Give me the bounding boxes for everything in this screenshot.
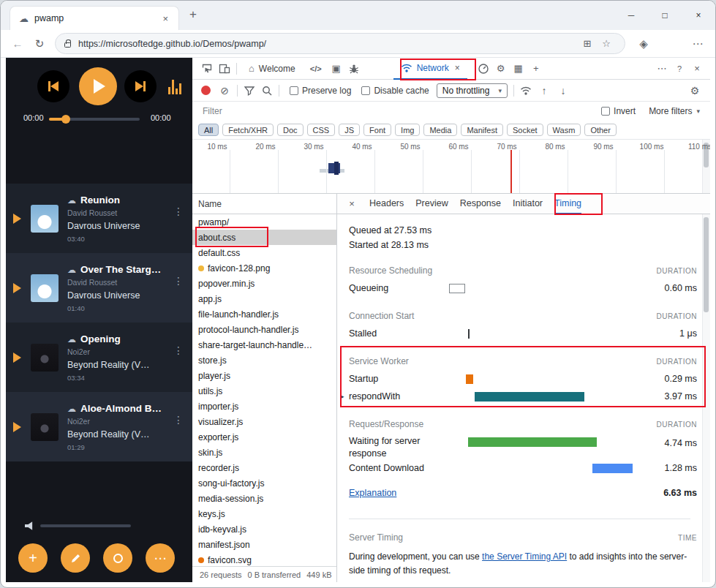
add-song-button[interactable]: + [18,543,48,573]
type-filter-fetchxhr[interactable]: Fetch/XHR [222,124,274,136]
request-row[interactable]: visualizer.js [192,414,336,429]
close-network-tab-icon[interactable]: × [455,63,460,73]
type-filter-wasm[interactable]: Wasm [547,124,581,136]
performance-icon[interactable] [475,63,492,75]
details-scrollbar[interactable] [702,214,710,582]
filter-input[interactable] [203,106,363,116]
request-row[interactable]: default.css [192,245,336,260]
detail-tab-headers[interactable]: Headers [369,194,404,214]
seek-thumb[interactable] [61,115,70,124]
preserve-log-checkbox[interactable] [290,86,298,95]
request-row[interactable]: popover.min.js [192,276,336,291]
song-row[interactable]: ☁Over The Starg…David RoussetDavrous Uni… [6,253,192,323]
request-row[interactable]: protocol-launch-handler.js [192,322,336,337]
request-row[interactable]: manifest.json [192,537,336,552]
request-row[interactable]: favicon.svg [192,552,336,568]
type-filter-font[interactable]: Font [363,124,391,136]
request-row[interactable]: idb-keyval.js [192,521,336,537]
request-row[interactable]: file-launch-handler.js [192,306,336,322]
split-screen-icon[interactable]: ⊞ [578,38,597,49]
browser-essentials-icon[interactable]: ◈ [633,37,655,50]
expand-icon[interactable]: ▸ [341,393,344,400]
optimization-gear-icon[interactable]: ⚙ [492,58,510,80]
invert-checkbox[interactable] [601,107,610,116]
device-toolbar-icon[interactable] [216,63,233,75]
song-row[interactable]: ☁OpeningNoi2erBeyond Reality (V…03:34⋮ [6,323,192,392]
play-song-button[interactable] [13,283,31,293]
record-network-log-button[interactable] [201,86,211,95]
minimize-button[interactable]: ─ [614,1,648,30]
type-filter-img[interactable]: Img [395,124,420,136]
close-devtools-icon[interactable]: × [688,58,706,80]
visualizer-icon[interactable] [168,78,181,94]
song-menu-button[interactable]: ⋮ [173,344,184,356]
detail-tab-response[interactable]: Response [460,194,501,214]
edit-button[interactable] [61,543,90,573]
song-row[interactable]: ☁ReunionDavid RoussetDavrous Universe03:… [6,184,192,253]
volume-slider[interactable] [40,524,131,527]
filter-toggle-icon[interactable] [241,85,258,97]
type-filter-doc[interactable]: Doc [277,124,304,136]
detail-tab-preview[interactable]: Preview [415,194,448,214]
type-filter-manifest[interactable]: Manifest [461,124,503,136]
play-song-button[interactable] [13,353,31,363]
detail-tab-initiator[interactable]: Initiator [513,194,543,214]
play-button[interactable] [79,67,117,105]
tab-close-icon[interactable]: × [158,13,173,24]
request-row[interactable]: exporter.js [192,429,336,445]
next-track-button[interactable] [124,70,157,102]
help-icon[interactable]: ? [671,58,688,80]
sources-icon[interactable]: </> [304,64,328,73]
request-row[interactable]: media-session.js [192,491,336,506]
network-settings-gear-icon[interactable]: ⚙ [685,85,704,97]
search-icon[interactable] [258,85,276,97]
request-row[interactable]: favicon-128.png [192,260,336,276]
type-filter-media[interactable]: Media [423,124,457,136]
tab-welcome[interactable]: ⌂ Welcome [240,58,304,80]
server-timing-api-link[interactable]: the Server Timing API [482,551,567,562]
request-row[interactable]: utils.js [192,383,336,399]
back-icon[interactable]: ← [7,37,29,50]
type-filter-socket[interactable]: Socket [507,124,543,136]
maximize-button[interactable]: □ [648,1,682,30]
request-row[interactable]: song-ui-factory.js [192,475,336,491]
request-row[interactable]: keys.js [192,506,336,521]
song-menu-button[interactable]: ⋮ [173,414,184,426]
url-text[interactable]: https://microsoftedge.github.io/Demos/pw… [78,39,578,49]
more-filters-dropdown[interactable]: More filters ▾ [649,106,700,116]
request-row[interactable]: pwamp/ [192,214,336,230]
type-filter-all[interactable]: All [198,124,219,136]
song-menu-button[interactable]: ⋮ [173,275,184,287]
play-song-button[interactable] [13,214,31,224]
network-conditions-icon[interactable] [517,85,535,97]
request-row[interactable]: share-target-launch-handle… [192,337,336,353]
request-row[interactable]: about.css [192,230,336,245]
disable-cache-checkbox[interactable] [361,86,370,95]
export-har-icon[interactable]: ↓ [554,85,573,97]
record-button[interactable] [103,543,132,573]
request-row[interactable]: skin.js [192,445,336,460]
song-row[interactable]: ☁Aloe-Almond B…Noi2erBeyond Reality (V…0… [6,392,192,461]
new-tab-button[interactable]: + [189,7,197,22]
type-filter-css[interactable]: CSS [307,124,336,136]
address-bar[interactable]: https://microsoftedge.github.io/Demos/pw… [55,33,625,54]
request-row[interactable]: recorder.js [192,460,336,475]
explanation-link[interactable]: Explanation [349,488,396,498]
network-overview-timeline[interactable]: 10 ms20 ms30 ms40 ms50 ms60 ms70 ms80 ms… [192,140,710,194]
refresh-icon[interactable]: ↻ [29,37,50,50]
type-filter-other[interactable]: Other [584,124,617,136]
request-row[interactable]: store.js [192,353,336,368]
close-window-button[interactable]: × [682,1,715,30]
browser-menu-icon[interactable]: ⋯ [687,37,709,50]
detail-tab-timing[interactable]: Timing [554,194,581,214]
volume-icon[interactable] [25,521,34,530]
tab-network[interactable]: Network × [393,58,467,80]
favorite-star-icon[interactable]: ☆ [597,38,616,49]
throttling-dropdown[interactable]: No throttling ▾ [437,83,508,98]
seek-slider[interactable] [49,118,140,121]
browser-tab[interactable]: ☁ pwamp × [10,6,179,30]
more-actions-button[interactable]: ⋯ [146,543,175,573]
import-har-icon[interactable]: ↑ [535,85,554,97]
add-panel-icon[interactable]: + [527,58,545,80]
close-details-icon[interactable]: × [346,198,358,209]
